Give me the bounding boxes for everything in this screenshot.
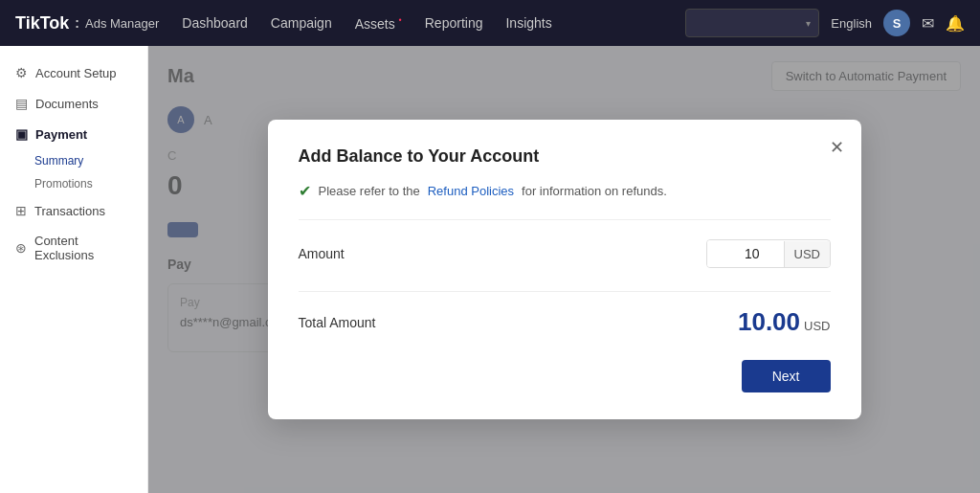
logo: TikTok : Ads Manager — [15, 13, 159, 34]
sidebar-item-transactions[interactable]: ⊞ Transactions — [0, 195, 147, 226]
total-amount-label: Total Amount — [299, 315, 376, 330]
gear-icon: ⚙ — [15, 65, 28, 80]
nav-dashboard[interactable]: Dashboard — [182, 15, 248, 32]
amount-currency-label: USD — [784, 241, 830, 267]
total-value-group: 10.00 USD — [738, 307, 831, 337]
modal-close-button[interactable]: ✕ — [830, 137, 844, 158]
refund-notice: ✔ Please refer to the Refund Policies fo… — [299, 182, 831, 200]
green-check-icon: ✔ — [299, 182, 311, 200]
ads-manager-label: Ads Manager — [85, 16, 159, 31]
nav-assets[interactable]: Assets • — [355, 15, 402, 32]
total-amount-value: 10.00 — [738, 307, 800, 337]
nav-insights[interactable]: Insights — [505, 15, 551, 32]
amount-input[interactable] — [707, 240, 784, 267]
modal-title: Add Balance to Your Account — [299, 146, 831, 167]
amount-label: Amount — [299, 246, 345, 261]
sidebar-label-transactions: Transactions — [34, 204, 105, 218]
total-currency-label: USD — [804, 319, 830, 333]
main-layout: ⚙ Account Setup ▤ Documents ▣ Payment Su… — [0, 46, 980, 493]
sidebar-label-content-exclusions: Content Exclusions — [34, 234, 132, 262]
main-nav-links: Dashboard Campaign Assets • Reporting In… — [182, 15, 662, 32]
sidebar-item-documents[interactable]: ▤ Documents — [0, 88, 147, 119]
add-balance-modal: Add Balance to Your Account ✕ ✔ Please r… — [268, 120, 861, 419]
sidebar-item-content-exclusions[interactable]: ⊛ Content Exclusions — [0, 226, 147, 270]
sidebar-item-payment[interactable]: ▣ Payment — [0, 119, 147, 149]
search-box[interactable]: ▾ — [685, 9, 819, 37]
amount-row: Amount USD — [299, 239, 831, 268]
sidebar-label-account-setup: Account Setup — [35, 66, 117, 80]
content-exclusions-icon: ⊛ — [15, 240, 27, 256]
modal-divider — [299, 219, 831, 220]
sidebar-sub-promotions[interactable]: Promotions — [0, 172, 147, 195]
sidebar-sub-summary[interactable]: Summary — [0, 149, 147, 172]
nav-right-area: ▾ English S ✉ 🔔 — [685, 9, 965, 37]
sidebar-label-payment: Payment — [35, 127, 87, 142]
refund-suffix-text: for information on refunds. — [522, 184, 667, 198]
language-selector[interactable]: English — [831, 16, 872, 31]
nav-campaign[interactable]: Campaign — [271, 15, 332, 32]
transactions-icon: ⊞ — [15, 203, 27, 218]
modal-footer: Next — [299, 360, 831, 392]
total-amount-row: Total Amount 10.00 USD — [299, 291, 831, 360]
content-area: Ma Switch to Automatic Payment A A C 0 P… — [148, 46, 980, 493]
avatar[interactable]: S — [883, 10, 910, 36]
chevron-down-icon: ▾ — [806, 18, 811, 29]
sidebar-item-account-setup[interactable]: ⚙ Account Setup — [0, 57, 147, 88]
document-icon: ▤ — [15, 96, 28, 111]
amount-input-group: USD — [706, 239, 831, 268]
bell-icon[interactable]: 🔔 — [946, 14, 965, 33]
sidebar-sub-label-promotions: Promotions — [34, 177, 93, 190]
nav-reporting[interactable]: Reporting — [425, 15, 483, 32]
payment-icon: ▣ — [15, 126, 28, 142]
sidebar-sub-label-summary: Summary — [34, 154, 83, 168]
tiktok-logo-text: TikTok — [15, 13, 69, 34]
top-navigation: TikTok : Ads Manager Dashboard Campaign … — [0, 0, 980, 46]
next-button[interactable]: Next — [742, 360, 831, 392]
refund-policies-link[interactable]: Refund Policies — [428, 184, 514, 198]
sidebar: ⚙ Account Setup ▤ Documents ▣ Payment Su… — [0, 46, 148, 493]
modal-overlay: Add Balance to Your Account ✕ ✔ Please r… — [148, 46, 980, 493]
mail-icon[interactable]: ✉ — [922, 14, 934, 33]
sidebar-label-documents: Documents — [35, 97, 99, 111]
refund-notice-text: Please refer to the — [319, 184, 420, 198]
